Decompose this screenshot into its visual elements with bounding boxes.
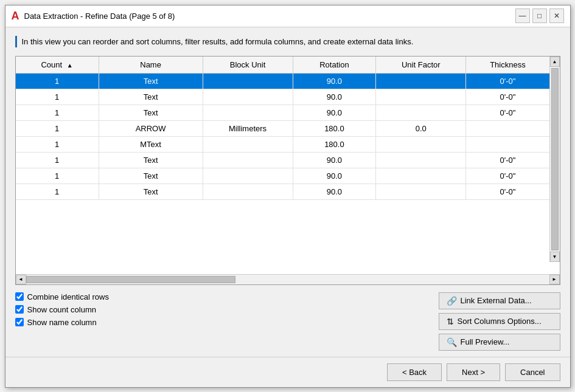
- cell-blockunit: [203, 89, 293, 105]
- sort-arrow-count: ▲: [67, 62, 73, 69]
- cell-blockunit: [203, 153, 293, 168]
- full-preview-label: Full Preview...: [461, 337, 510, 346]
- cell-unitfactor: [376, 168, 466, 184]
- combine-identical-checkbox[interactable]: [15, 292, 24, 301]
- cell-name: Text: [99, 184, 203, 200]
- maximize-button[interactable]: □: [532, 9, 547, 23]
- title-controls: — □ ✕: [515, 9, 564, 23]
- scroll-down-button[interactable]: ▼: [550, 252, 560, 262]
- link-external-button[interactable]: 🔗 Link External Data...: [439, 292, 560, 309]
- table-row[interactable]: 1Text90.00'-0": [16, 168, 549, 184]
- scroll-thumb[interactable]: [551, 68, 559, 250]
- cell-count: 1: [16, 89, 99, 105]
- cell-rotation: 90.0: [293, 105, 376, 121]
- col-header-rotation[interactable]: Rotation: [293, 57, 376, 74]
- cell-thickness: 0'-0": [466, 184, 549, 200]
- col-header-blockunit[interactable]: Block Unit: [203, 57, 293, 74]
- back-button[interactable]: < Back: [387, 363, 442, 381]
- description-text: In this view you can reorder and sort co…: [15, 36, 560, 48]
- table-header: Count ▲ Name Block Unit Rotation Unit Fa…: [16, 57, 549, 74]
- cell-count: 1: [16, 153, 99, 168]
- hscroll-track[interactable]: [26, 275, 549, 284]
- cell-thickness: 0'-0": [466, 74, 549, 89]
- link-external-label: Link External Data...: [461, 296, 532, 305]
- vertical-scrollbar[interactable]: ▲ ▼: [549, 57, 560, 262]
- cell-count: 1: [16, 168, 99, 184]
- cell-unitfactor: [376, 137, 466, 153]
- cell-name: Text: [99, 168, 203, 184]
- action-buttons-area: 🔗 Link External Data... ⇅ Sort Columns O…: [439, 292, 560, 351]
- data-table-container: Count ▲ Name Block Unit Rotation Unit Fa…: [15, 56, 560, 285]
- hscroll-thumb[interactable]: [26, 276, 235, 283]
- cell-thickness: 0'-0": [466, 89, 549, 105]
- cell-unitfactor: [376, 89, 466, 105]
- cell-rotation: 180.0: [293, 137, 376, 153]
- content-area: In this view you can reorder and sort co…: [5, 27, 570, 357]
- cell-thickness: 0'-0": [466, 168, 549, 184]
- next-button[interactable]: Next >: [447, 363, 500, 381]
- options-area: Combine identical rows Show count column…: [15, 292, 560, 351]
- scroll-left-button[interactable]: ◄: [16, 275, 26, 284]
- col-header-count[interactable]: Count ▲: [16, 57, 99, 74]
- cell-unitfactor: [376, 184, 466, 200]
- cell-blockunit: [203, 105, 293, 121]
- cell-blockunit: [203, 168, 293, 184]
- cell-blockunit: [203, 137, 293, 153]
- table-row[interactable]: 1Text90.00'-0": [16, 105, 549, 121]
- col-header-thickness[interactable]: Thickness: [466, 57, 549, 74]
- cell-name: MText: [99, 137, 203, 153]
- cell-name: Text: [99, 153, 203, 168]
- main-window: A Data Extraction - Refine Data (Page 5 …: [5, 5, 571, 388]
- footer: < Back Next > Cancel: [5, 357, 570, 387]
- cell-name: ARROW: [99, 121, 203, 137]
- combine-identical-label[interactable]: Combine identical rows: [27, 292, 109, 301]
- close-button[interactable]: ✕: [549, 9, 564, 23]
- horizontal-scrollbar[interactable]: ◄ ►: [16, 274, 560, 284]
- cancel-button[interactable]: Cancel: [505, 363, 560, 381]
- cell-blockunit: [203, 184, 293, 200]
- table-row[interactable]: 1Text90.00'-0": [16, 89, 549, 105]
- cell-name: Text: [99, 105, 203, 121]
- cell-count: 1: [16, 137, 99, 153]
- data-table: Count ▲ Name Block Unit Rotation Unit Fa…: [16, 57, 549, 200]
- full-preview-icon: 🔍: [447, 337, 457, 347]
- minimize-button[interactable]: —: [515, 9, 530, 23]
- app-icon: A: [12, 10, 19, 22]
- cell-rotation: 90.0: [293, 168, 376, 184]
- cell-thickness: [466, 137, 549, 153]
- cell-name: Text: [99, 74, 203, 89]
- link-external-icon: 🔗: [447, 296, 457, 306]
- table-row[interactable]: 1Text90.00'-0": [16, 74, 549, 89]
- cell-rotation: 90.0: [293, 184, 376, 200]
- table-row[interactable]: 1Text90.00'-0": [16, 153, 549, 168]
- title-bar: A Data Extraction - Refine Data (Page 5 …: [5, 5, 570, 27]
- cell-name: Text: [99, 89, 203, 105]
- show-count-checkbox[interactable]: [15, 305, 24, 314]
- cell-rotation: 90.0: [293, 153, 376, 168]
- scroll-right-button[interactable]: ►: [549, 275, 560, 284]
- show-count-label[interactable]: Show count column: [27, 305, 96, 314]
- full-preview-button[interactable]: 🔍 Full Preview...: [439, 334, 560, 351]
- cell-unitfactor: [376, 105, 466, 121]
- show-name-label[interactable]: Show name column: [27, 318, 97, 327]
- combine-identical-row: Combine identical rows: [15, 292, 433, 301]
- scroll-up-button[interactable]: ▲: [550, 57, 560, 67]
- sort-columns-label: Sort Columns Options...: [458, 317, 542, 326]
- table-row[interactable]: 1MText180.0: [16, 137, 549, 153]
- show-name-checkbox[interactable]: [15, 318, 24, 326]
- col-header-name[interactable]: Name: [99, 57, 203, 74]
- table-row[interactable]: 1Text90.00'-0": [16, 184, 549, 200]
- cell-rotation: 90.0: [293, 89, 376, 105]
- cell-thickness: 0'-0": [466, 153, 549, 168]
- cell-unitfactor: [376, 153, 466, 168]
- cell-count: 1: [16, 121, 99, 137]
- sort-columns-button[interactable]: ⇅ Sort Columns Options...: [439, 313, 560, 330]
- show-name-row: Show name column: [15, 318, 433, 327]
- title-bar-left: A Data Extraction - Refine Data (Page 5 …: [12, 10, 175, 22]
- cell-count: 1: [16, 184, 99, 200]
- cell-unitfactor: 0.0: [376, 121, 466, 137]
- table-body: 1Text90.00'-0"1Text90.00'-0"1Text90.00'-…: [16, 74, 549, 200]
- table-row[interactable]: 1ARROWMillimeters180.00.0: [16, 121, 549, 137]
- window-title: Data Extraction - Refine Data (Page 5 of…: [24, 12, 175, 21]
- col-header-unitfactor[interactable]: Unit Factor: [376, 57, 466, 74]
